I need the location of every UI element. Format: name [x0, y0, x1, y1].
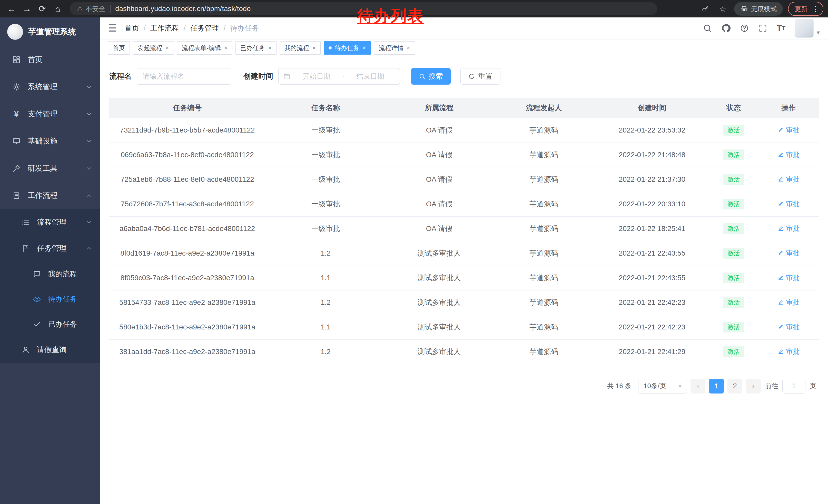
table-row: 580e1b3d-7ac8-11ec-a9e2-a2380e71991a1.1测… — [109, 315, 819, 339]
home-icon[interactable]: ⌂ — [51, 2, 65, 16]
sidebar-item-todo-task[interactable]: 待办任务 — [0, 287, 100, 312]
tab-item[interactable]: 我的流程× — [280, 41, 321, 55]
close-icon[interactable]: × — [312, 44, 316, 51]
cell: 测试多审批人 — [386, 339, 493, 364]
action-cell: 审批 — [758, 339, 819, 364]
sidebar-item-label: 首页 — [28, 55, 43, 65]
sidebar-item-devtools[interactable]: 研发工具 — [0, 155, 100, 182]
sidebar-item-system[interactable]: 系统管理 — [0, 73, 100, 100]
cell: 2022-01-21 22:43:55 — [595, 241, 709, 266]
status-cell: 激活 — [709, 315, 758, 339]
prev-page-button[interactable]: ‹ — [691, 379, 705, 394]
cell: 芋道源码 — [493, 290, 595, 315]
approve-link[interactable]: 审批 — [778, 347, 799, 356]
sidebar-item-process-mgmt[interactable]: 流程管理 — [0, 209, 100, 235]
reload-icon[interactable]: ⟳ — [35, 2, 49, 16]
approve-link[interactable]: 审批 — [778, 224, 799, 233]
page-button-1[interactable]: 1 — [709, 379, 724, 394]
help-icon[interactable] — [740, 24, 749, 33]
name-filter-input[interactable] — [137, 68, 231, 85]
sidebar-item-done-task[interactable]: 已办任务 — [0, 312, 100, 337]
column-header: 任务编号 — [109, 98, 265, 118]
status-badge: 激活 — [723, 174, 744, 185]
approve-link[interactable]: 审批 — [778, 126, 799, 135]
column-header: 任务名称 — [265, 98, 386, 118]
cell: 一级审批 — [265, 216, 386, 241]
status-cell: 激活 — [709, 192, 758, 216]
sidebar-item-label: 任务管理 — [37, 243, 67, 254]
approve-link[interactable]: 审批 — [778, 199, 799, 209]
sidebar: 芋道管理系统 首页系统管理¥支付管理基础设施研发工具工作流程流程管理任务管理我的… — [0, 17, 100, 504]
sidebar-item-task-mgmt[interactable]: 任务管理 — [0, 235, 100, 262]
cell: 2022-01-21 22:42:23 — [595, 290, 709, 315]
security-label[interactable]: 不安全 — [85, 4, 106, 13]
page-size-select[interactable]: 10条/页 ▾ — [638, 379, 687, 394]
github-icon[interactable] — [721, 24, 731, 33]
avatar[interactable] — [795, 19, 814, 38]
sidebar-item-label: 支付管理 — [28, 109, 57, 119]
sidebar-item-infrastructure[interactable]: 基础设施 — [0, 128, 100, 155]
cell: 测试多审批人 — [386, 266, 493, 290]
close-icon[interactable]: × — [165, 44, 169, 51]
tab-label: 流程详情 — [379, 44, 404, 52]
search-icon[interactable] — [703, 24, 712, 33]
close-icon[interactable]: × — [407, 44, 410, 51]
cell: 069c6a63-7b8a-11ec-8ef0-acde48001122 — [109, 142, 265, 167]
tab-item[interactable]: 流程详情× — [374, 41, 415, 55]
status-badge: 激活 — [723, 248, 744, 259]
cell: 1.2 — [265, 339, 386, 364]
tab-item[interactable]: 发起流程× — [133, 41, 174, 55]
fullscreen-icon[interactable] — [758, 24, 768, 33]
approve-link[interactable]: 审批 — [778, 249, 799, 258]
url-text[interactable]: dashboard.yudao.iocoder.cn/bpm/task/todo — [115, 5, 251, 13]
tab-label: 已办任务 — [240, 44, 265, 52]
update-chip[interactable]: 更新 ⋮ — [788, 2, 823, 16]
tab-item[interactable]: 流程表单-编辑× — [177, 41, 233, 55]
font-size-icon[interactable]: TT — [777, 23, 785, 33]
approve-link[interactable]: 审批 — [778, 150, 799, 159]
reset-button[interactable]: 重置 — [460, 68, 500, 85]
breadcrumb: 首页/工作流程/任务管理/待办任务 — [125, 23, 259, 33]
forward-icon[interactable]: → — [20, 2, 34, 16]
chevron-down-icon[interactable]: ▾ — [817, 29, 820, 36]
end-date-placeholder[interactable]: 结束日期 — [346, 72, 395, 81]
breadcrumb-item[interactable]: 首页 — [125, 23, 139, 33]
action-cell: 审批 — [758, 216, 819, 241]
browser-menu-icon[interactable]: ⋮ — [812, 4, 819, 13]
approve-link[interactable]: 审批 — [778, 273, 799, 282]
search-button[interactable]: 搜索 — [411, 68, 451, 85]
approve-link[interactable]: 审批 — [778, 322, 799, 331]
sidebar-item-leave-query[interactable]: 请假查询 — [0, 337, 100, 363]
cell: 381aa1dd-7ac8-11ec-a9e2-a2380e71991a — [109, 339, 265, 364]
tab-item[interactable]: 首页 — [108, 41, 130, 55]
tab-item[interactable]: 已办任务× — [236, 41, 277, 55]
close-icon[interactable]: × — [363, 44, 366, 51]
breadcrumb-item[interactable]: 任务管理 — [190, 23, 219, 33]
next-page-button[interactable]: › — [746, 379, 761, 394]
date-range-picker[interactable]: 开始日期 - 结束日期 — [278, 68, 400, 85]
sidebar-item-my-process[interactable]: 我的流程 — [0, 262, 100, 287]
sidebar-item-payment[interactable]: ¥支付管理 — [0, 100, 100, 128]
tab-item[interactable]: 待办任务× — [324, 41, 371, 55]
page-button-2[interactable]: 2 — [728, 379, 742, 394]
approve-link[interactable]: 审批 — [778, 298, 799, 307]
hamburger-icon[interactable]: ☰ — [108, 22, 117, 34]
action-cell: 审批 — [758, 142, 819, 167]
key-icon[interactable] — [699, 2, 711, 16]
update-label[interactable]: 更新 — [795, 5, 808, 13]
status-badge: 激活 — [723, 125, 744, 136]
approve-link[interactable]: 审批 — [778, 175, 799, 184]
sidebar-item-home[interactable]: 首页 — [0, 46, 100, 73]
goto-page-input[interactable] — [782, 379, 805, 394]
back-icon[interactable]: ← — [5, 2, 18, 16]
cell: 芋道源码 — [493, 339, 595, 364]
star-icon[interactable]: ☆ — [717, 2, 729, 16]
table-row: 725a1eb6-7b88-11ec-8ef0-acde48001122一级审批… — [109, 167, 819, 192]
start-date-placeholder[interactable]: 开始日期 — [292, 72, 341, 81]
breadcrumb-item[interactable]: 工作流程 — [150, 23, 179, 33]
close-icon[interactable]: × — [224, 44, 227, 51]
close-icon[interactable]: × — [268, 44, 272, 51]
column-header: 操作 — [758, 98, 819, 118]
table-row: 8f0d1619-7ac8-11ec-a9e2-a2380e71991a1.2测… — [109, 241, 819, 266]
sidebar-item-workflow[interactable]: 工作流程 — [0, 182, 100, 209]
